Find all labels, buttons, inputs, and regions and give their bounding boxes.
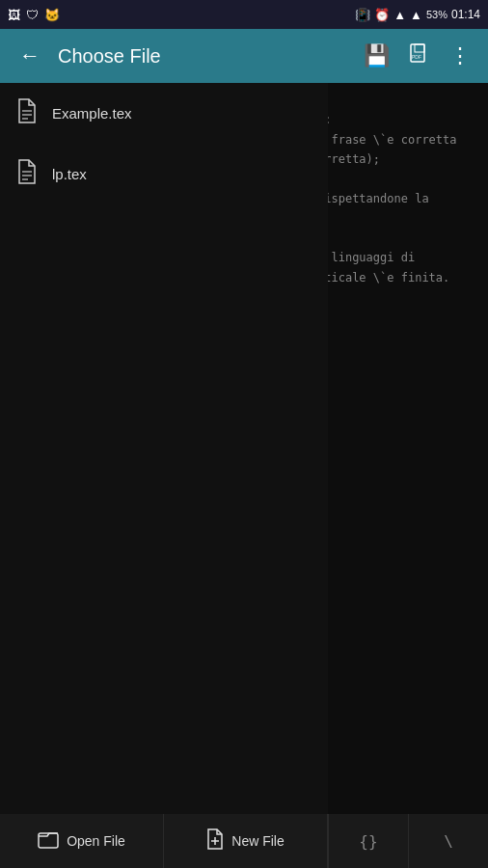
backslash-button[interactable]: \ — [408, 814, 488, 868]
status-icons-right: 📳 ⏰ ▲ ▲ 53% 01:14 — [355, 8, 480, 22]
shield-icon: 🛡 — [26, 8, 39, 22]
new-file-label: New File — [231, 833, 284, 849]
more-options-button[interactable]: ⋮ — [444, 38, 476, 74]
file-list-panel: Example.tex lp.tex — [0, 83, 328, 814]
file-icon — [15, 98, 37, 128]
status-bar: 🖼 🛡 🐱 📳 ⏰ ▲ ▲ 53% 01:14 — [0, 0, 488, 29]
back-button[interactable]: ← — [12, 36, 48, 76]
bottom-left-buttons: Open File New File — [0, 814, 328, 868]
cat-icon: 🐱 — [44, 8, 60, 22]
file-name-lp: lp.tex — [52, 166, 87, 182]
signal-icon: ▲ — [410, 8, 422, 22]
new-file-icon — [206, 828, 224, 854]
open-file-label: Open File — [67, 833, 125, 849]
file-name-example: Example.tex — [52, 105, 132, 122]
svg-text:PDF: PDF — [412, 54, 421, 60]
wifi-icon: ▲ — [393, 8, 406, 22]
battery-icon: 53% — [426, 9, 447, 20]
braces-button[interactable]: {} — [328, 814, 408, 868]
image-icon: 🖼 — [8, 8, 20, 22]
new-file-button[interactable]: New File — [164, 814, 327, 868]
toolbar: ← Choose File 💾 PDF ⋮ — [0, 29, 488, 83]
alarm-icon: ⏰ — [374, 8, 390, 22]
save-button[interactable]: 💾 — [358, 38, 395, 74]
time-display: 01:14 — [451, 8, 480, 21]
file-icon — [15, 159, 37, 189]
open-file-icon — [38, 829, 59, 854]
status-icons-left: 🖼 🛡 🐱 — [8, 8, 60, 22]
pdf-button[interactable]: PDF — [403, 38, 436, 75]
toolbar-actions: 💾 PDF ⋮ — [358, 38, 476, 75]
bottom-right-buttons: {} \ — [328, 814, 488, 868]
page-title: Choose File — [58, 45, 348, 68]
file-item-lp[interactable]: lp.tex — [0, 144, 328, 204]
open-file-button[interactable]: Open File — [0, 814, 164, 868]
bottom-bar: Open File New File {} \ — [0, 814, 488, 868]
svg-rect-1 — [415, 44, 424, 52]
vibrate-icon: 📳 — [355, 8, 370, 22]
file-item-example[interactable]: Example.tex — [0, 83, 328, 144]
